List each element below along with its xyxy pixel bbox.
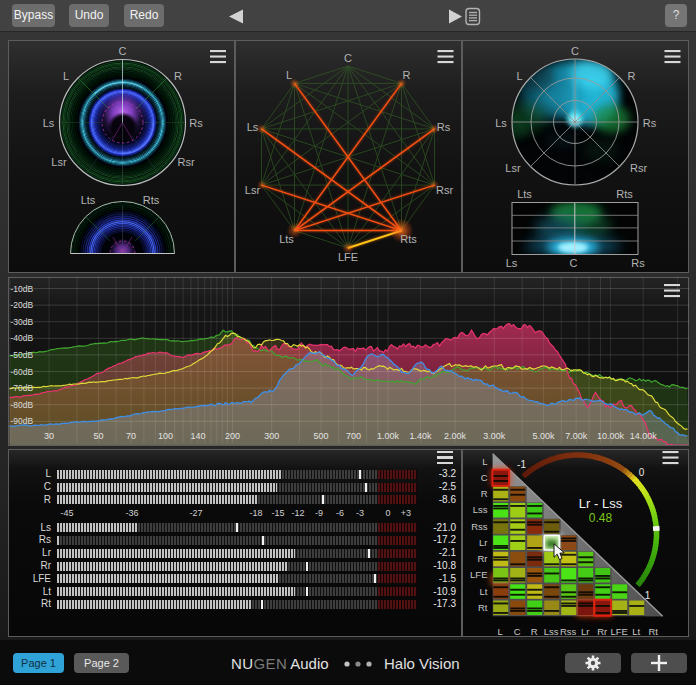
svg-text:R: R	[530, 626, 537, 637]
svg-text:-60dB: -60dB	[10, 367, 33, 377]
svg-text:0.48: 0.48	[588, 511, 612, 525]
svg-text:L: L	[516, 70, 522, 82]
svg-text:Lss: Lss	[543, 626, 558, 637]
svg-text:Lss: Lss	[472, 504, 487, 515]
svg-text:R: R	[402, 69, 410, 81]
svg-text:R: R	[480, 488, 487, 499]
svg-text:C: C	[480, 472, 487, 483]
svg-text:3.00k: 3.00k	[483, 431, 506, 441]
svg-text:Rts: Rts	[143, 194, 160, 206]
svg-text:Lsr: Lsr	[505, 162, 521, 174]
svg-text:200: 200	[224, 431, 239, 441]
svg-text:Lts: Lts	[81, 194, 96, 206]
svg-text:Lr - Lss: Lr - Lss	[578, 496, 622, 511]
svg-text:Lts: Lts	[517, 188, 532, 200]
svg-text:Rss: Rss	[560, 626, 577, 637]
svg-text:C: C	[119, 45, 127, 57]
svg-text:L: L	[63, 70, 69, 82]
svg-text:10.00k: 10.00k	[597, 431, 625, 441]
svg-text:500: 500	[313, 431, 328, 441]
svg-text:LFE: LFE	[470, 569, 487, 580]
svg-text:Rs: Rs	[631, 257, 645, 269]
svg-text:Lsr: Lsr	[51, 156, 67, 168]
svg-text:Rs: Rs	[436, 121, 450, 133]
svg-text:R: R	[174, 70, 182, 82]
svg-text:Lt: Lt	[632, 626, 640, 637]
svg-text:Rts: Rts	[400, 233, 417, 245]
svg-text:70: 70	[125, 431, 135, 441]
svg-text:1: 1	[644, 590, 650, 601]
svg-text:Ls: Ls	[505, 257, 517, 269]
svg-text:-30dB: -30dB	[10, 317, 33, 327]
svg-text:700: 700	[346, 431, 361, 441]
svg-text:R: R	[627, 70, 635, 82]
svg-text:-70dB: -70dB	[10, 383, 33, 393]
svg-text:30: 30	[44, 431, 54, 441]
svg-text:50: 50	[93, 431, 103, 441]
svg-text:Rt: Rt	[648, 626, 658, 637]
svg-text:7.00k: 7.00k	[565, 431, 588, 441]
svg-text:-1: -1	[517, 459, 526, 470]
svg-text:-80dB: -80dB	[10, 400, 33, 410]
svg-text:-40dB: -40dB	[10, 333, 33, 343]
svg-text:Rsr: Rsr	[435, 184, 452, 196]
svg-text:LFE: LFE	[337, 251, 357, 263]
svg-text:-90dB: -90dB	[10, 416, 33, 426]
svg-text:L: L	[497, 626, 502, 637]
svg-text:L: L	[482, 456, 487, 467]
svg-text:Lr: Lr	[580, 626, 588, 637]
svg-text:0: 0	[638, 467, 644, 478]
svg-text:100: 100	[157, 431, 172, 441]
svg-text:Lt: Lt	[479, 586, 487, 597]
svg-text:2.00k: 2.00k	[444, 431, 467, 441]
svg-text:5.00k: 5.00k	[532, 431, 555, 441]
svg-text:LFE: LFE	[610, 626, 627, 637]
svg-text:C: C	[344, 52, 352, 64]
svg-text:C: C	[513, 626, 520, 637]
svg-text:14.00k: 14.00k	[629, 431, 657, 441]
svg-text:Rs: Rs	[189, 117, 203, 129]
svg-text:-10dB: -10dB	[10, 284, 33, 294]
svg-text:Rsr: Rsr	[177, 156, 194, 168]
svg-text:Rss: Rss	[471, 521, 488, 532]
svg-text:1.40k: 1.40k	[409, 431, 432, 441]
svg-text:Ls: Ls	[246, 121, 258, 133]
svg-text:Lts: Lts	[279, 233, 294, 245]
svg-text:-50dB: -50dB	[10, 350, 33, 360]
svg-text:Ls: Ls	[495, 117, 507, 129]
svg-text:-20dB: -20dB	[10, 300, 33, 310]
svg-text:Rs: Rs	[642, 117, 656, 129]
svg-text:140: 140	[190, 431, 205, 441]
svg-text:Rr: Rr	[477, 553, 487, 564]
svg-text:Rt: Rt	[478, 602, 488, 613]
svg-text:1.00k: 1.00k	[377, 431, 400, 441]
svg-text:Rr: Rr	[597, 626, 607, 637]
svg-text:L: L	[285, 69, 291, 81]
svg-text:Lsr: Lsr	[244, 184, 260, 196]
svg-text:C: C	[571, 45, 579, 57]
svg-text:Lr: Lr	[479, 537, 487, 548]
svg-text:C: C	[569, 257, 577, 269]
svg-text:Rsr: Rsr	[629, 162, 646, 174]
svg-text:Ls: Ls	[43, 117, 55, 129]
svg-text:300: 300	[264, 431, 279, 441]
svg-text:Rts: Rts	[616, 188, 633, 200]
